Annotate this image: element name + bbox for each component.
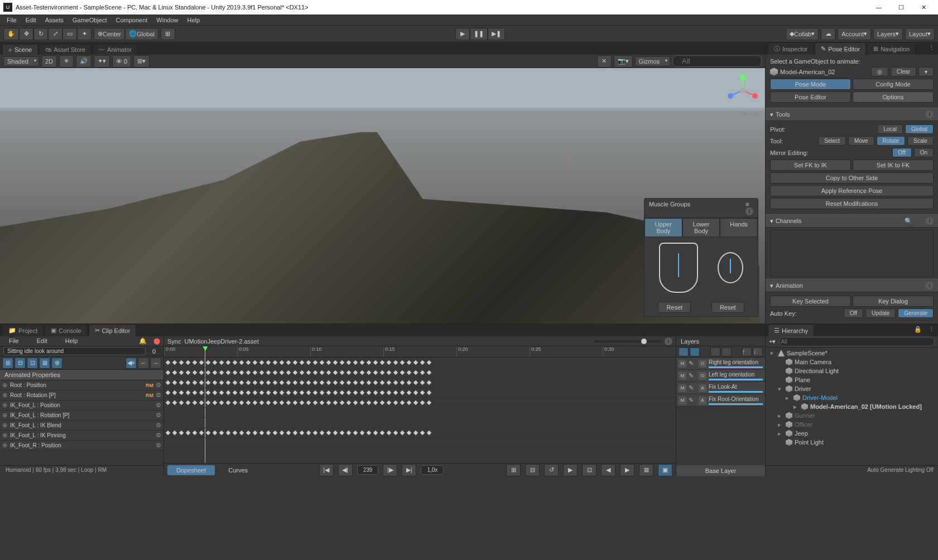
footer-btn-6[interactable]: ◀: [601, 464, 615, 476]
2d-toggle-button[interactable]: 2D: [41, 55, 57, 67]
clip-help-menu[interactable]: Help: [56, 336, 87, 346]
muscle-tab-upper[interactable]: Upper Body: [644, 218, 682, 237]
snap-button[interactable]: ⊞: [161, 28, 175, 40]
clipicon-3[interactable]: ⊡: [27, 358, 38, 369]
prev-key-button[interactable]: ◀|: [338, 464, 353, 476]
gear-icon[interactable]: ⚙: [156, 382, 161, 389]
tab-asset-store[interactable]: 🛍 Asset Store: [39, 44, 92, 55]
copy-other-side-button[interactable]: Copy to Other Side: [770, 172, 934, 184]
gear-icon[interactable]: ⚙: [156, 412, 161, 419]
gear-icon[interactable]: ⚙: [156, 432, 161, 439]
info-icon[interactable]: i: [926, 217, 934, 225]
tab-hierarchy[interactable]: ☰ Hierarchy: [768, 324, 814, 336]
info-icon[interactable]: i: [926, 110, 934, 118]
fx-toggle[interactable]: ✦▾: [94, 55, 110, 67]
layer-btn-4[interactable]: [721, 347, 732, 356]
maximize-button[interactable]: ☐: [890, 1, 912, 14]
clip-dropdown[interactable]: [3, 347, 146, 355]
next-key-button[interactable]: |▶: [383, 464, 397, 476]
menu-help[interactable]: Help: [182, 16, 204, 25]
gear-icon[interactable]: ⚙: [156, 442, 161, 449]
animation-header[interactable]: Animation: [776, 282, 923, 289]
hierarchy-node[interactable]: ▸Jeep: [768, 429, 936, 438]
clipicon-fwd[interactable]: →: [150, 358, 161, 369]
muscle-tab-lower[interactable]: Lower Body: [682, 218, 720, 237]
account-dropdown[interactable]: Account ▾: [838, 28, 871, 40]
tab-clip-editor[interactable]: ✂ Clip Editor: [89, 324, 137, 336]
hierarchy-node[interactable]: ▸Gunner: [768, 411, 936, 420]
rotate-tool-button[interactable]: ↻: [33, 28, 48, 40]
muscle-reset-torso[interactable]: Reset: [658, 302, 691, 313]
menu-component[interactable]: Component: [111, 16, 152, 25]
muscle-reset-head[interactable]: Reset: [711, 302, 744, 313]
tab-pose-editor[interactable]: ✎ Pose Editor: [815, 42, 866, 55]
panel-menu-icon[interactable]: ⋮: [925, 42, 938, 55]
hand-tool-button[interactable]: ✋: [3, 28, 19, 40]
hier-lock-icon[interactable]: 🔒: [911, 324, 925, 336]
hierarchy-node[interactable]: Point Light: [768, 438, 936, 447]
footer-btn-9[interactable]: ▣: [658, 464, 672, 476]
hierarchy-node[interactable]: ▾SampleScene*: [768, 349, 936, 358]
clipicon-1[interactable]: ⊞: [2, 358, 13, 369]
menu-assets[interactable]: Assets: [41, 16, 68, 25]
curves-tab[interactable]: Curves: [219, 465, 257, 475]
transform-tool-button[interactable]: ✦: [77, 28, 92, 40]
pivot-center-button[interactable]: ⊕ Center: [94, 28, 125, 40]
hierarchy-node[interactable]: Main Camera: [768, 358, 936, 366]
info-icon[interactable]: i: [745, 207, 753, 215]
hierarchy-node[interactable]: ▸Driver-Model: [768, 393, 936, 402]
rect-tool-button[interactable]: ▭: [62, 28, 77, 40]
move-tool-button[interactable]: ✥: [19, 28, 33, 40]
pause-button[interactable]: ❚❚: [470, 28, 488, 40]
clipicon-5[interactable]: ⊕: [51, 358, 62, 369]
hier-menu-icon[interactable]: ⋮: [925, 324, 938, 336]
cloud-button[interactable]: ☁: [821, 28, 835, 40]
channels-list[interactable]: [770, 230, 934, 277]
footer-btn-3[interactable]: ↺: [544, 464, 559, 476]
pose-mode-button[interactable]: Pose Mode: [770, 79, 851, 90]
dopesheet-tab[interactable]: Dopesheet: [167, 465, 215, 475]
clipicon-4[interactable]: ⊠: [39, 358, 50, 369]
tab-animator[interactable]: 〰 Animator: [93, 44, 138, 55]
dopesheet-tracks[interactable]: for(let i=0;i<40;i++)document.write('<sp…: [164, 358, 676, 463]
key-selected-button[interactable]: Key Selected: [770, 296, 851, 307]
layer-btn-up[interactable]: ↑: [742, 347, 752, 356]
warning-icon[interactable]: ⬤: [150, 336, 163, 346]
hidden-toggle[interactable]: 👁 0: [112, 55, 131, 67]
menu-window[interactable]: Window: [152, 16, 182, 25]
tool-rotate[interactable]: Rotate: [877, 136, 905, 146]
search-icon[interactable]: 🔍: [905, 218, 912, 225]
mirror-off[interactable]: Off: [892, 148, 912, 157]
collab-dropdown[interactable]: ◆ Collab ▾: [786, 28, 819, 40]
speed-input[interactable]: 1,0x: [421, 465, 444, 475]
autokey-off[interactable]: Off: [844, 308, 863, 318]
hierarchy-node[interactable]: ▸Model-American_02 [UMotion Locked]: [768, 402, 936, 411]
footer-btn-4[interactable]: ▶: [563, 464, 578, 476]
layout-dropdown[interactable]: Layout ▾: [905, 28, 935, 40]
hierarchy-search[interactable]: [779, 337, 935, 346]
sync-toggle[interactable]: Sync: [167, 338, 181, 345]
head-silhouette[interactable]: [718, 252, 743, 283]
subtab-pose-editor[interactable]: Pose Editor: [770, 91, 851, 103]
channels-header[interactable]: Channels: [776, 218, 899, 224]
create-dropdown[interactable]: +▾: [769, 338, 776, 345]
scene-viewport[interactable]: Persp Muscle Groups≡ i Upper Body Lower …: [0, 68, 765, 324]
hierarchy-node[interactable]: Plane: [768, 375, 936, 384]
set-ik-to-fk-button[interactable]: Set IK to FK: [853, 160, 934, 171]
scene-search-input[interactable]: [672, 55, 762, 67]
pivot-local[interactable]: Local: [877, 124, 903, 134]
gear-icon[interactable]: ⚙: [156, 422, 161, 429]
pivot-global-button[interactable]: 🌐 Global: [125, 28, 158, 40]
info-icon[interactable]: i: [665, 337, 672, 345]
audio-toggle[interactable]: 🔊: [76, 55, 92, 67]
clipicon-2[interactable]: ⊟: [15, 358, 26, 369]
lighting-toggle[interactable]: ☀: [59, 55, 74, 67]
key-dialog-button[interactable]: Key Dialog: [853, 296, 934, 307]
tool-scale[interactable]: Scale: [907, 136, 934, 146]
tab-navigation[interactable]: ⊞ Navigation: [867, 42, 916, 55]
clip-edit-menu[interactable]: Edit: [28, 336, 56, 346]
hierarchy-node[interactable]: Directional Light: [768, 366, 936, 375]
camera-dropdown[interactable]: 📷▾: [614, 55, 633, 67]
tool-select[interactable]: Select: [818, 136, 846, 146]
info-icon[interactable]: i: [926, 282, 934, 289]
